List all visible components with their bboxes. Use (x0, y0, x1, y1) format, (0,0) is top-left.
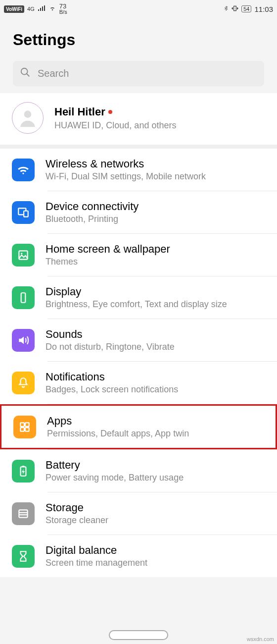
svg-rect-14 (22, 466, 24, 467)
settings-item-wireless-networks[interactable]: Wireless & networksWi-Fi, Dual SIM setti… (0, 149, 277, 191)
apps-icon (13, 416, 36, 438)
settings-item-digital-balance[interactable]: Digital balanceScreen time management (0, 535, 277, 577)
battery-icon (12, 460, 35, 483)
svg-rect-8 (21, 293, 26, 303)
settings-item-display[interactable]: DisplayBrightness, Eye comfort, Text and… (0, 276, 277, 319)
vowifi-badge: VoWiFi (4, 5, 24, 13)
wallpaper-icon (12, 244, 35, 267)
item-title: Storage (46, 501, 267, 514)
wifi-status-icon (48, 5, 56, 13)
settings-item-apps[interactable]: AppsPermissions, Default apps, App twin (1, 406, 276, 448)
svg-rect-6 (19, 251, 27, 259)
item-title: Device connectivity (46, 200, 267, 213)
account-row[interactable]: Heil Hitler HUAWEI ID, Cloud, and others (0, 93, 277, 149)
wifi-icon (12, 159, 35, 181)
account-name: Heil Hitler (54, 106, 105, 118)
item-title: Apps (47, 415, 266, 428)
watermark: wsxdn.com (247, 636, 274, 642)
item-subtitle: Wi-Fi, Dual SIM settings, Mobile network (46, 171, 267, 182)
hourglass-icon (12, 545, 35, 568)
svg-point-7 (21, 253, 22, 254)
item-subtitle: Power saving mode, Battery usage (46, 473, 267, 483)
svg-rect-12 (25, 428, 29, 431)
svg-line-2 (27, 74, 30, 77)
svg-rect-5 (24, 211, 28, 216)
item-title: Wireless & networks (46, 158, 267, 170)
item-subtitle: Themes (46, 257, 267, 267)
storage-icon (12, 502, 35, 525)
settings-item-battery[interactable]: BatteryPower saving mode, Battery usage (0, 450, 277, 492)
svg-point-3 (24, 110, 32, 118)
search-icon (20, 67, 31, 80)
search-placeholder: Search (38, 68, 69, 79)
item-title: Display (46, 285, 267, 298)
svg-rect-9 (20, 423, 24, 427)
settings-item-storage[interactable]: StorageStorage cleaner (0, 492, 277, 535)
status-left: VoWiFi 4G 73 B/s (4, 3, 67, 15)
account-subtitle: HUAWEI ID, Cloud, and others (54, 120, 267, 131)
battery-indicator: 54 (241, 5, 251, 12)
search-input[interactable]: Search (13, 61, 264, 86)
bell-icon (12, 372, 35, 394)
svg-rect-10 (25, 423, 29, 427)
item-title: Home screen & wallpaper (46, 243, 267, 256)
network-type: 4G (27, 6, 35, 12)
item-subtitle: Do not disturb, Ringtone, Vibrate (46, 342, 267, 352)
data-speed: 73 B/s (59, 3, 67, 15)
display-icon (12, 286, 35, 309)
devices-icon (12, 201, 35, 224)
item-subtitle: Bluetooth, Printing (46, 214, 267, 224)
item-title: Sounds (46, 328, 267, 341)
item-title: Notifications (46, 371, 267, 383)
svg-rect-15 (19, 510, 27, 517)
signal-icon (38, 5, 46, 13)
item-title: Digital balance (46, 544, 267, 557)
vibrate-icon (231, 5, 238, 13)
sound-icon (12, 329, 35, 352)
notification-dot-icon (108, 110, 112, 114)
svg-rect-11 (20, 428, 24, 431)
item-subtitle: Screen time management (46, 558, 267, 568)
item-subtitle: Permissions, Default apps, App twin (47, 429, 266, 439)
bluetooth-icon (224, 5, 229, 13)
settings-item-sounds[interactable]: SoundsDo not disturb, Ringtone, Vibrate (0, 319, 277, 361)
status-right: 54 11:03 (224, 5, 273, 13)
item-subtitle: Badges, Lock screen notifications (46, 384, 267, 395)
settings-item-notifications[interactable]: NotificationsBadges, Lock screen notific… (0, 362, 277, 404)
gesture-pill[interactable] (109, 630, 168, 640)
settings-list: Wireless & networksWi-Fi, Dual SIM setti… (0, 149, 277, 577)
svg-point-1 (21, 68, 28, 75)
avatar (12, 102, 44, 134)
settings-item-device-connectivity[interactable]: Device connectivityBluetooth, Printing (0, 191, 277, 233)
item-subtitle: Brightness, Eye comfort, Text and displa… (46, 299, 267, 310)
page-title: Settings (0, 17, 277, 61)
svg-rect-0 (234, 6, 236, 10)
clock: 11:03 (254, 5, 273, 13)
status-bar: VoWiFi 4G 73 B/s 54 11:03 (0, 0, 277, 17)
item-subtitle: Storage cleaner (46, 515, 267, 526)
item-title: Battery (46, 459, 267, 472)
settings-item-home-screen-wallpaper[interactable]: Home screen & wallpaperThemes (0, 234, 277, 276)
